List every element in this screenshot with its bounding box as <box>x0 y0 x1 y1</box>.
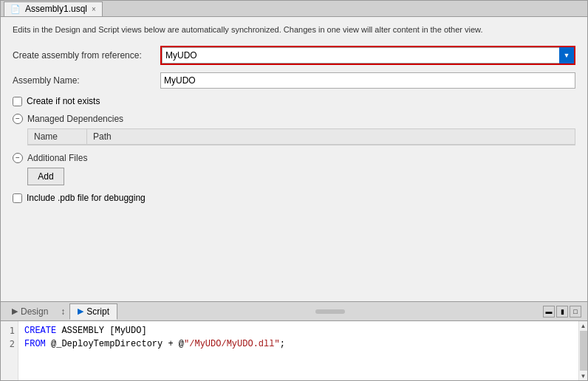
create-assembly-label: Create assembly from reference: <box>13 50 160 61</box>
code-line-2: FROM @_DeployTempDirectory + @"/MyUDO/My… <box>24 337 572 351</box>
assembly-name-row: Assembly Name: <box>13 72 575 89</box>
swap-icon[interactable]: ↕ <box>58 306 68 317</box>
line-num-2: 2 <box>7 337 18 351</box>
split-vertical-btn[interactable]: ▮ <box>556 306 568 318</box>
tab-bar: 📄 Assembly1.usql × <box>1 1 587 17</box>
managed-dependencies-table: Name Path <box>27 128 575 145</box>
panel-controls: ▬ ▮ □ <box>543 306 581 318</box>
managed-dependencies-section: − Managed Dependencies <box>13 114 575 124</box>
table-header: Name Path <box>28 129 575 145</box>
create-assembly-select[interactable]: MyUDO <box>162 47 574 64</box>
managed-dependencies-title: Managed Dependencies <box>27 114 123 124</box>
line-num-1: 1 <box>7 324 18 337</box>
tab-label: Assembly1.usql <box>25 4 87 14</box>
info-text: Edits in the Design and Script views bel… <box>13 24 575 35</box>
additional-files-section: − Additional Files <box>13 153 575 163</box>
name-column-header: Name <box>28 129 87 144</box>
design-area: Edits in the Design and Script views bel… <box>1 17 587 301</box>
create-assembly-select-wrapper: MyUDO <box>160 46 575 65</box>
bottom-panel: ▶ Design ↕ ▶ Script ▬ <box>1 301 587 380</box>
path-column-header: Path <box>87 129 575 144</box>
line-numbers: 1 2 <box>1 321 18 380</box>
design-tab-icon: ▶ <box>12 306 18 316</box>
vertical-scrollbar[interactable]: ▲ ▼ <box>578 321 587 380</box>
scroll-up-arrow[interactable]: ▲ <box>579 321 588 330</box>
scroll-thumb[interactable] <box>580 331 587 371</box>
create-if-not-exists-label: Create if not exists <box>27 96 100 106</box>
create-if-not-exists-row: Create if not exists <box>13 96 575 106</box>
managed-dependencies-collapse[interactable]: − <box>13 114 23 124</box>
tab-design[interactable]: ▶ Design <box>4 303 56 320</box>
panel-tab-bar: ▶ Design ↕ ▶ Script ▬ <box>1 302 587 321</box>
design-tab-label: Design <box>21 306 48 317</box>
script-tab-icon: ▶ <box>78 306 83 316</box>
pdb-checkbox[interactable] <box>13 193 22 203</box>
pdb-row: Include .pdb file for debugging <box>13 193 575 203</box>
assembly-tab[interactable]: 📄 Assembly1.usql × <box>4 1 103 16</box>
close-icon[interactable]: × <box>92 5 96 13</box>
assembly-name-label: Assembly Name: <box>13 75 160 86</box>
create-if-not-exists-checkbox[interactable] <box>13 97 22 106</box>
pdb-label: Include .pdb file for debugging <box>27 193 146 203</box>
sql-file-icon: 📄 <box>10 4 21 14</box>
additional-files-collapse[interactable]: − <box>13 153 23 163</box>
assembly-name-input[interactable] <box>160 72 575 89</box>
code-area: 1 2 CREATE ASSEMBLY [MyUDO] FROM @_Deplo… <box>1 321 587 380</box>
additional-files-title: Additional Files <box>27 153 87 163</box>
scrollbar-indicator <box>315 309 345 314</box>
tab-script[interactable]: ▶ Script <box>69 303 117 320</box>
script-tab-label: Script <box>86 306 109 317</box>
split-horizontal-btn[interactable]: ▬ <box>543 306 555 318</box>
create-assembly-row: Create assembly from reference: MyUDO <box>13 46 575 65</box>
add-button[interactable]: Add <box>27 168 64 185</box>
scroll-down-arrow[interactable]: ▼ <box>579 371 588 380</box>
code-line-1: CREATE ASSEMBLY [MyUDO] <box>24 324 572 337</box>
maximize-btn[interactable]: □ <box>570 306 581 318</box>
panel-separator <box>119 309 541 314</box>
main-content: Edits in the Design and Script views bel… <box>1 17 587 380</box>
main-window: 📄 Assembly1.usql × Edits in the Design a… <box>0 0 588 381</box>
code-content[interactable]: CREATE ASSEMBLY [MyUDO] FROM @_DeployTem… <box>18 321 578 380</box>
